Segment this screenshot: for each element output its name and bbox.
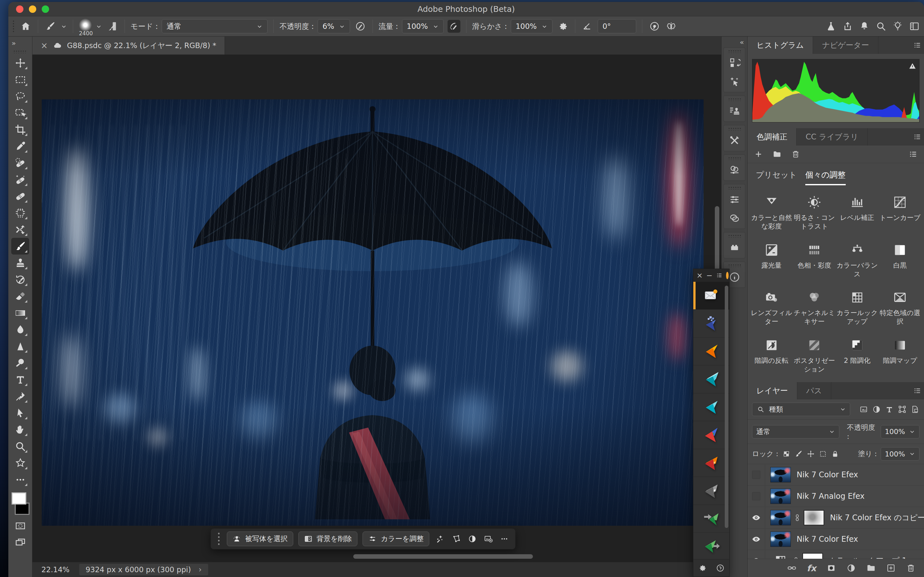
remove-background-button[interactable]: 背景を削除 xyxy=(298,532,358,546)
document-tab[interactable]: × G88.psdc @ 22.1% (レイヤー 2, RGB/8) * xyxy=(32,37,225,55)
new-layer-icon[interactable] xyxy=(886,563,896,573)
share-icon[interactable] xyxy=(841,20,854,33)
crop-tool[interactable] xyxy=(11,121,29,138)
nik-apply-in-button[interactable] xyxy=(693,505,729,533)
more-tools-tool[interactable] xyxy=(11,471,29,488)
adjustment-selective-color[interactable]: 特定色域の選択 xyxy=(879,290,922,326)
brush-settings-panel-icon[interactable] xyxy=(106,20,119,33)
document-info[interactable]: 9324 px x 6000 px (300 ppi) › xyxy=(79,564,208,575)
home-icon[interactable] xyxy=(19,20,32,33)
toolbar-collapse-icon[interactable]: » xyxy=(8,37,32,49)
discover-lightbulb-icon[interactable] xyxy=(891,20,904,33)
layer-mask-thumbnail[interactable] xyxy=(803,553,823,559)
trash-icon[interactable] xyxy=(791,150,800,159)
close-window-button[interactable] xyxy=(16,5,23,13)
adjustment-photo-filter[interactable]: レンズフィルター xyxy=(750,290,793,326)
adjust-color-button[interactable]: カラーを調整 xyxy=(363,532,429,546)
maximize-window-button[interactable] xyxy=(42,5,49,13)
spot-healing-tool[interactable] xyxy=(11,155,29,171)
add-adjustment-icon[interactable] xyxy=(754,150,763,159)
history-brush-tool[interactable] xyxy=(11,271,29,288)
visibility-eye-icon[interactable] xyxy=(748,529,765,550)
clone-stamp-tool[interactable] xyxy=(11,255,29,271)
blur-tool[interactable] xyxy=(11,321,29,338)
add-image-icon[interactable] xyxy=(484,534,493,543)
brush-tool[interactable] xyxy=(11,238,29,255)
pen-tool[interactable] xyxy=(11,388,29,405)
nik-dfine-button[interactable] xyxy=(693,309,729,338)
color-mixer-panel-icon[interactable] xyxy=(725,161,743,179)
nik-settings-gear-icon[interactable] xyxy=(698,564,707,572)
lock-artboard-icon[interactable] xyxy=(819,450,827,458)
opacity-field[interactable]: 6% xyxy=(318,19,350,33)
history-panel-icon[interactable] xyxy=(725,53,743,72)
adjustment-black-white[interactable]: 白黒 xyxy=(879,243,922,279)
adjustments-subtab-2[interactable]: 個々の調整 xyxy=(805,169,846,185)
pressure-size-icon[interactable] xyxy=(648,20,661,33)
nik-silver-efex-button[interactable] xyxy=(693,477,729,505)
adjustment-hue-saturation[interactable]: 色相・彩度 xyxy=(793,243,836,279)
lock-position-icon[interactable] xyxy=(806,450,815,458)
visibility-hidden-box[interactable] xyxy=(748,464,765,485)
add-layer-mask-icon[interactable] xyxy=(827,563,836,573)
brush-tip-preview[interactable]: 2400 xyxy=(79,20,92,33)
vertical-scrollbar[interactable] xyxy=(715,206,719,274)
libraries-panel-icon[interactable] xyxy=(725,238,743,257)
visibility-hidden-box[interactable] xyxy=(748,486,765,507)
layers-tab-2[interactable]: パス xyxy=(797,382,831,400)
brush-angle-field[interactable]: 0° xyxy=(598,19,636,33)
select-subject-button[interactable]: 被写体を選択 xyxy=(227,532,293,546)
lock-transparency-icon[interactable] xyxy=(782,450,790,458)
horizontal-scrollbar[interactable] xyxy=(353,554,533,559)
adjustments-tab-1[interactable]: 色調補正 xyxy=(748,128,796,145)
nik-export-button[interactable] xyxy=(693,533,729,559)
object-selection-tool[interactable] xyxy=(11,105,29,121)
sharpen-tool[interactable] xyxy=(11,338,29,355)
layer-row[interactable]: Nik 7 Color Efex xyxy=(748,529,924,550)
symmetry-icon[interactable] xyxy=(665,20,678,33)
zoom-tool[interactable] xyxy=(11,438,29,455)
nik-list-icon[interactable] xyxy=(716,272,722,279)
zoom-level[interactable]: 22.14% xyxy=(41,566,69,574)
visibility-eye-icon[interactable] xyxy=(748,507,765,528)
content-aware-tool[interactable] xyxy=(11,205,29,221)
beta-feedback-icon[interactable] xyxy=(825,20,837,33)
nik-sharpener-button[interactable] xyxy=(693,393,729,421)
adjustment-color-balance[interactable]: カラーバランス xyxy=(836,243,879,279)
layer-comps-panel-icon[interactable] xyxy=(725,209,743,227)
tool-preset-brush-icon[interactable] xyxy=(44,20,57,33)
layer-thumbnail[interactable] xyxy=(771,532,791,547)
new-adjustment-layer-icon[interactable] xyxy=(846,563,856,573)
hand-tool[interactable] xyxy=(11,421,29,438)
flow-field[interactable]: 100% xyxy=(402,19,444,33)
clone-source-panel-icon[interactable] xyxy=(725,102,743,120)
dock-collapse-icon[interactable]: « xyxy=(722,37,747,47)
adjustment-curves[interactable]: トーンカーブ xyxy=(879,195,922,231)
gradient-tool[interactable] xyxy=(11,305,29,321)
adjustment-exposure[interactable]: 露光量 xyxy=(750,243,793,279)
nik-scrollbar[interactable] xyxy=(725,285,728,528)
nik-home-button[interactable] xyxy=(693,282,729,309)
adjustments-subtab-1[interactable]: プリセット xyxy=(756,169,797,185)
marquee-tool[interactable] xyxy=(11,71,29,88)
link-layers-icon[interactable] xyxy=(787,563,796,573)
filter-smart-object-icon[interactable] xyxy=(911,405,919,414)
nik-hdr-efex-button[interactable] xyxy=(693,366,729,393)
content-move-tool[interactable] xyxy=(11,221,29,238)
properties-panel-icon[interactable] xyxy=(725,190,743,209)
layer-mask-thumbnail[interactable] xyxy=(804,510,824,525)
adjustment-gradient-map[interactable]: 階調マップ xyxy=(879,338,922,374)
panel-menu-icon[interactable] xyxy=(913,41,921,51)
layer-opacity-field[interactable]: 100% xyxy=(881,425,919,438)
filter-shape-layers-icon[interactable] xyxy=(898,405,907,414)
filter-type-layers-icon[interactable] xyxy=(885,405,894,414)
chevron-down-icon[interactable] xyxy=(95,23,102,29)
search-icon[interactable] xyxy=(875,20,887,33)
new-group-icon[interactable] xyxy=(866,563,876,573)
layer-fill-field[interactable]: 100% xyxy=(881,447,919,461)
list-view-icon[interactable] xyxy=(909,150,918,159)
airbrush-icon[interactable] xyxy=(447,20,460,33)
dodge-tool[interactable] xyxy=(11,355,29,371)
notifications-bell-icon[interactable] xyxy=(858,20,871,33)
layer-blend-mode-select[interactable]: 通常 xyxy=(752,425,839,438)
